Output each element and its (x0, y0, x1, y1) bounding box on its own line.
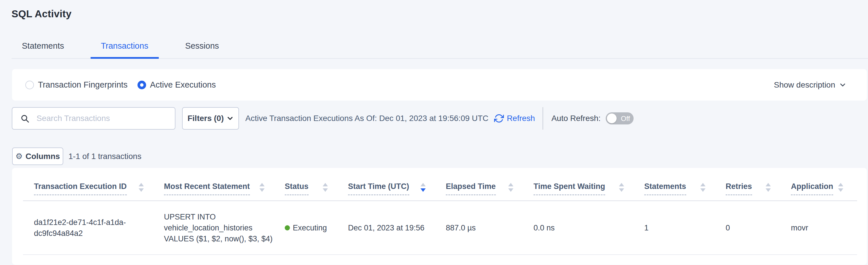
table-header-row: Transaction Execution ID Most Recent Sta… (23, 168, 857, 201)
column-header-time-spent-waiting[interactable]: Time Spent Waiting (533, 168, 644, 201)
radio-label[interactable]: Active Executions (150, 80, 216, 89)
chevron-down-icon (227, 115, 234, 122)
as-of-timestamp: Active Transaction Executions As Of: Dec… (245, 114, 488, 123)
column-header-status[interactable]: Status (285, 168, 348, 201)
status-cell: Executing (285, 222, 348, 233)
sort-icon[interactable] (508, 183, 514, 192)
retries-cell: 0 (725, 222, 791, 233)
application-cell: movr (791, 222, 857, 233)
status-label: Executing (293, 222, 327, 233)
filters-label: Filters (0) (188, 114, 224, 123)
table-row[interactable]: da1f21e2-de71-4c1f-a1da-dc9fc94a84a2 UPS… (23, 201, 857, 255)
chevron-down-icon (839, 81, 846, 88)
auto-refresh-label: Auto Refresh: (551, 114, 600, 123)
show-description-label[interactable]: Show description (774, 80, 835, 89)
radio-selected-icon[interactable] (137, 81, 146, 89)
transactions-toolbar: Filters (0) Active Transaction Execution… (12, 107, 867, 130)
radio-transaction-fingerprints[interactable]: Transaction Fingerprints (25, 80, 128, 89)
columns-label: Columns (26, 152, 60, 161)
column-header-statements[interactable]: Statements (644, 168, 725, 201)
column-header-retries[interactable]: Retries (725, 168, 791, 201)
radio-unselected-icon[interactable] (25, 81, 34, 89)
column-header-most-recent-statement[interactable]: Most Recent Statement (164, 168, 285, 201)
sql-activity-tabs: Statements Transactions Sessions (11, 41, 868, 59)
statements-count-cell: 1 (644, 222, 725, 233)
column-header-application[interactable]: Application (791, 168, 857, 201)
transaction-execution-id-cell[interactable]: da1f21e2-de71-4c1f-a1da-dc9fc94a84a2 (34, 217, 141, 239)
search-input[interactable] (12, 107, 176, 130)
transactions-table-card: Transaction Execution ID Most Recent Sta… (12, 168, 867, 265)
time-spent-waiting-cell: 0.0 ns (533, 222, 644, 233)
search-icon (21, 114, 30, 123)
toggle-state-label: Off (621, 115, 630, 123)
most-recent-statement-cell: UPSERT INTO vehicle_location_histories V… (164, 211, 277, 244)
sort-icon[interactable] (619, 183, 624, 192)
start-time-cell: Dec 01, 2023 at 19:56 (348, 222, 446, 233)
refresh-icon (494, 113, 504, 123)
table-controls: ⚙ Columns 1-1 of 1 transactions (12, 148, 867, 165)
columns-button[interactable]: ⚙ Columns (12, 148, 63, 165)
tab-transactions[interactable]: Transactions (91, 41, 159, 59)
page-title: SQL Activity (11, 7, 868, 20)
radio-active-executions[interactable]: Active Executions (137, 80, 216, 89)
sort-icon[interactable] (838, 183, 843, 192)
column-header-elapsed-time[interactable]: Elapsed Time (446, 168, 533, 201)
tab-sessions[interactable]: Sessions (175, 41, 229, 59)
toolbar-divider (542, 107, 543, 130)
refresh-label[interactable]: Refresh (507, 114, 535, 123)
auto-refresh-toggle[interactable]: Off (606, 112, 633, 125)
tab-statements[interactable]: Statements (11, 41, 74, 59)
result-count: 1-1 of 1 transactions (68, 152, 142, 161)
toggle-knob[interactable] (607, 113, 617, 123)
sort-icon-active-desc[interactable] (421, 183, 426, 192)
sort-icon[interactable] (259, 183, 265, 192)
search-box (12, 107, 176, 130)
show-description-toggle[interactable]: Show description (774, 80, 846, 89)
sort-icon[interactable] (766, 183, 771, 192)
elapsed-time-cell: 887.0 µs (446, 222, 533, 233)
refresh-button[interactable]: Refresh (494, 113, 535, 123)
column-header-transaction-execution-id[interactable]: Transaction Execution ID (34, 168, 164, 201)
sort-icon[interactable] (700, 183, 706, 192)
sort-icon[interactable] (138, 183, 144, 192)
radio-label[interactable]: Transaction Fingerprints (38, 80, 128, 89)
sort-icon[interactable] (323, 183, 328, 192)
executing-status-dot-icon (285, 225, 290, 231)
filters-button[interactable]: Filters (0) (182, 107, 239, 130)
column-header-start-time[interactable]: Start Time (UTC) (348, 168, 446, 201)
view-mode-card: Transaction Fingerprints Active Executio… (12, 69, 867, 101)
gear-icon: ⚙ (16, 152, 23, 160)
